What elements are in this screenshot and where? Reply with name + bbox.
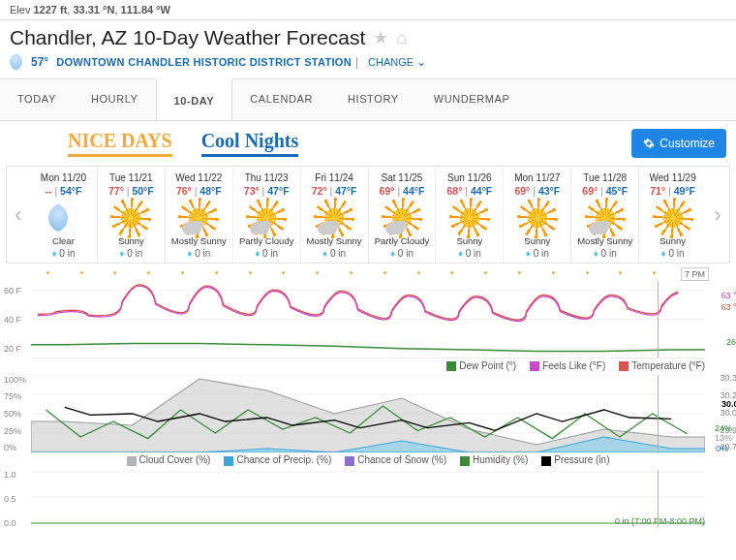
forecast-day[interactable]: Mon 11/2769° | 43°FSunny♦ 0 in: [504, 167, 571, 263]
lat-value: 33.31 °N: [73, 4, 114, 16]
station-name[interactable]: DOWNTOWN CHANDLER HISTORIC DISTRICT STAT…: [56, 56, 352, 68]
favorite-star-icon[interactable]: ★: [373, 27, 388, 48]
change-station-link[interactable]: CHANGE ⌄: [368, 55, 426, 69]
top-info-bar: Elev 1227 ft, 33.31 °N, 111.84 °W: [0, 0, 736, 20]
forecast-day[interactable]: Wed 11/2971° | 49°FSunny♦ 0 in: [639, 167, 706, 263]
temperature-chart: 7 PM 60 F 40 F 20 F 63 °F 63 °F 26 °: [31, 281, 705, 358]
legend-item: Temperature (°F): [619, 360, 705, 371]
forecast-day[interactable]: Thu 11/2373° | 47°FPartly Cloudy♦ 0 in: [233, 167, 301, 263]
sun-icon: [387, 203, 416, 233]
legend-item: Humidity (%): [460, 454, 528, 465]
day-name: Mon 11/27: [506, 172, 568, 183]
sun-dots-row: [31, 267, 705, 277]
day-name: Tue 11/28: [573, 172, 636, 183]
tab-calendar[interactable]: CALENDAR: [232, 79, 330, 120]
legend-item: Dew Point (°): [446, 360, 516, 371]
raindrop-icon: ♦: [458, 248, 463, 259]
right-tick: 30.05: [720, 408, 736, 418]
y-tick: 20 F: [4, 344, 21, 354]
right-label: 26 °: [726, 337, 736, 347]
raindrop-icon: ♦: [594, 248, 598, 259]
chevron-down-icon: ⌄: [416, 55, 426, 69]
day-temps: 73° | 47°F: [235, 184, 298, 198]
right-label: 24%: [715, 423, 732, 433]
legend-item: Feels Like (°F): [530, 360, 605, 371]
sun-icon: [252, 203, 281, 233]
gear-icon: [643, 138, 655, 149]
forecast-day[interactable]: Fri 11/2472° | 47°FMostly Sunny♦ 0 in: [301, 167, 369, 263]
annotation-cool-nights: Cool Nights: [201, 130, 299, 157]
forecast-day[interactable]: Tue 11/2869° | 45°FMostly Sunny♦ 0 in: [571, 167, 639, 263]
y-tick: 1.0: [4, 470, 16, 480]
elev-label: Elev: [10, 4, 30, 16]
sun-icon: [116, 203, 145, 233]
forecast-day[interactable]: Tue 11/2177° | 50°FSunny♦ 0 in: [98, 167, 166, 263]
day-temps: 71° | 49°F: [641, 184, 704, 198]
forecast-day[interactable]: Sun 11/2668° | 44°FSunny♦ 0 in: [436, 167, 504, 263]
tab-hourly[interactable]: HOURLY: [74, 79, 156, 120]
y-tick: 60 F: [4, 286, 21, 296]
annotation-row: NICE DAYS Cool Nights Customize: [0, 121, 736, 162]
y-tick: 75%: [4, 391, 21, 401]
day-temps: 69° | 43°F: [506, 184, 568, 198]
legend-item: Chance of Snow (%): [345, 454, 446, 465]
scroll-right-arrow[interactable]: ›: [706, 202, 729, 228]
raindrop-icon: ♦: [322, 248, 327, 259]
day-name: Wed 11/22: [168, 172, 230, 183]
current-temp: 57°: [31, 55, 48, 69]
day-precip: ♦ 0 in: [641, 248, 704, 259]
day-precip: ♦ 0 in: [438, 248, 501, 259]
right-label: 0%: [716, 444, 728, 453]
day-name: Sat 11/25: [371, 172, 434, 183]
day-name: Sun 11/26: [438, 172, 501, 183]
forecast-day[interactable]: Wed 11/2276° | 48°FMostly Sunny♦ 0 in: [166, 167, 233, 263]
raindrop-icon: ♦: [187, 248, 192, 259]
day-temps: 76° | 48°F: [168, 184, 230, 198]
day-temps: -- | 54°F: [32, 184, 95, 198]
precip-now-label: 0 in (7:00 PM-8:00 PM): [615, 516, 705, 526]
tab-bar: TODAY HOURLY 10-DAY CALENDAR HISTORY WUN…: [0, 78, 736, 121]
now-marker: [658, 281, 659, 358]
raindrop-icon: ♦: [661, 248, 666, 259]
title-row: Chandler, AZ 10-Day Weather Forecast ★ ⌂: [0, 20, 736, 51]
right-label: 63 °F: [721, 302, 736, 312]
right-label: 13%: [715, 433, 732, 443]
sun-icon: [455, 203, 484, 233]
sun-icon: [591, 203, 620, 233]
right-tick: 30.35: [720, 373, 736, 383]
chart1-legend: Dew Point (°)Feels Like (°F)Temperature …: [31, 360, 705, 371]
day-temps: 68° | 44°F: [438, 184, 501, 198]
tab-history[interactable]: HISTORY: [330, 79, 416, 120]
forecast-day[interactable]: Mon 11/20-- | 54°FClear♦ 0 in: [30, 167, 98, 263]
raindrop-icon: ♦: [119, 248, 124, 259]
day-temps: 72° | 47°F: [303, 184, 366, 198]
sun-icon: [184, 203, 213, 233]
day-precip: ♦ 0 in: [100, 248, 163, 259]
customize-button[interactable]: Customize: [631, 129, 726, 158]
now-marker: [658, 470, 659, 528]
day-precip: ♦ 0 in: [371, 248, 434, 259]
raindrop-icon: ♦: [51, 248, 56, 259]
moon-icon: [48, 203, 77, 233]
y-tick: 25%: [4, 426, 21, 436]
scroll-left-arrow[interactable]: ‹: [7, 202, 30, 228]
humidity-chart: 100% 75% 50% 25% 0% 30.35 30.20 30.05 29…: [31, 375, 705, 452]
tab-today[interactable]: TODAY: [0, 79, 74, 120]
elev-value: 1227 ft: [33, 4, 67, 16]
tab-wundermap[interactable]: WUNDERMAP: [416, 79, 528, 120]
day-name: Wed 11/29: [641, 172, 704, 183]
home-icon[interactable]: ⌂: [396, 28, 407, 48]
legend-item: Chance of Precip. (%): [224, 454, 331, 465]
precip-chart: 1.0 0.5 0.0 0 in (7:00 PM-8:00 PM): [31, 470, 705, 528]
time-marker: 7 PM: [681, 267, 709, 281]
forecast-day[interactable]: Sat 11/2569° | 44°FPartly Cloudy♦ 0 in: [369, 167, 437, 263]
day-precip: ♦ 0 in: [32, 248, 95, 259]
day-precip: ♦ 0 in: [168, 248, 230, 259]
day-precip: ♦ 0 in: [506, 248, 568, 259]
tab-10day[interactable]: 10-DAY: [156, 78, 233, 120]
day-name: Fri 11/24: [303, 172, 366, 183]
lon-value: 111.84 °W: [121, 4, 170, 16]
day-name: Tue 11/21: [100, 172, 163, 183]
legend-item: Pressure (in): [541, 454, 609, 465]
day-precip: ♦ 0 in: [235, 248, 298, 259]
